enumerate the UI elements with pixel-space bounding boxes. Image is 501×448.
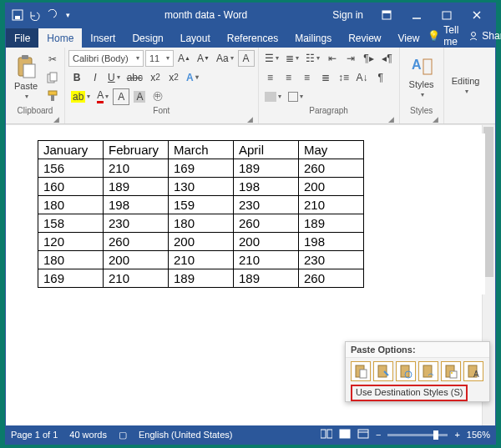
save-icon[interactable] bbox=[11, 8, 24, 22]
character-border-icon[interactable]: A bbox=[113, 88, 129, 105]
maximize-icon[interactable] bbox=[432, 10, 462, 20]
table-cell[interactable]: 189 bbox=[234, 269, 299, 288]
table-header-cell[interactable]: April bbox=[234, 141, 299, 159]
table-cell[interactable]: 169 bbox=[38, 269, 104, 288]
table-cell[interactable]: 180 bbox=[38, 196, 104, 214]
clear-format-icon[interactable]: A bbox=[238, 50, 255, 67]
align-right-icon[interactable]: ≡ bbox=[299, 69, 316, 86]
font-size-select[interactable]: 11▾ bbox=[145, 50, 174, 67]
bold-icon[interactable]: B bbox=[68, 69, 85, 86]
table-cell[interactable]: 198 bbox=[299, 233, 364, 251]
table-cell[interactable]: 160 bbox=[38, 178, 104, 196]
line-spacing-icon[interactable]: ↕≡ bbox=[336, 69, 352, 86]
minimize-icon[interactable] bbox=[402, 10, 432, 20]
text-effects-icon[interactable]: A▾ bbox=[184, 69, 201, 86]
tab-references[interactable]: References bbox=[219, 28, 286, 48]
shading-icon[interactable]: ▾ bbox=[262, 88, 284, 105]
table-cell[interactable]: 130 bbox=[169, 178, 234, 196]
paste-option-highlighted[interactable]: Use Destination Styles (S) bbox=[346, 385, 489, 401]
table-cell[interactable]: 180 bbox=[169, 214, 234, 233]
paste-option-keep-source[interactable] bbox=[351, 361, 371, 381]
paste-option-picture[interactable] bbox=[441, 361, 461, 381]
paste-button[interactable]: Paste ▾ bbox=[9, 49, 43, 105]
table-cell[interactable]: 189 bbox=[299, 214, 364, 233]
table-cell[interactable]: 210 bbox=[234, 251, 299, 269]
table-cell[interactable]: 210 bbox=[104, 269, 169, 288]
paste-option-use-dest[interactable] bbox=[373, 361, 393, 381]
font-color-icon[interactable]: A▾ bbox=[94, 88, 111, 105]
table-cell[interactable]: 260 bbox=[299, 159, 364, 178]
table-header-cell[interactable]: January bbox=[38, 141, 104, 159]
table-header-cell[interactable]: March bbox=[169, 141, 234, 159]
grow-font-icon[interactable]: A▲ bbox=[175, 50, 193, 67]
undo-icon[interactable] bbox=[28, 8, 41, 22]
copy-icon[interactable] bbox=[44, 69, 61, 86]
table-cell[interactable]: 180 bbox=[38, 251, 104, 269]
tab-insert[interactable]: Insert bbox=[82, 28, 124, 48]
bullets-icon[interactable]: ☰▾ bbox=[262, 50, 281, 67]
tab-layout[interactable]: Layout bbox=[172, 28, 219, 48]
show-marks-icon[interactable]: ¶ bbox=[372, 69, 389, 86]
table-cell[interactable]: 210 bbox=[169, 251, 234, 269]
table-cell[interactable]: 158 bbox=[38, 214, 104, 233]
data-table[interactable]: JanuaryFebruaryMarchAprilMay156210169189… bbox=[38, 140, 364, 288]
zoom-level[interactable]: 156% bbox=[467, 430, 490, 440]
table-cell[interactable]: 260 bbox=[299, 269, 364, 288]
paste-option-link-dest[interactable] bbox=[418, 361, 438, 381]
subscript-icon[interactable]: x2 bbox=[147, 69, 164, 86]
status-lang[interactable]: English (United States) bbox=[139, 430, 233, 440]
status-page[interactable]: Page 1 of 1 bbox=[11, 430, 58, 440]
paragraph-launcher-icon[interactable]: ◢ bbox=[262, 115, 396, 123]
close-icon[interactable] bbox=[462, 10, 492, 20]
cut-icon[interactable]: ✂ bbox=[44, 51, 61, 68]
superscript-icon[interactable]: x2 bbox=[165, 69, 182, 86]
web-layout-icon[interactable] bbox=[357, 429, 369, 440]
font-launcher-icon[interactable]: ◢ bbox=[68, 115, 255, 123]
clipboard-launcher-icon[interactable]: ◢ bbox=[9, 115, 61, 123]
italic-icon[interactable]: I bbox=[87, 69, 104, 86]
align-left-icon[interactable]: ≡ bbox=[262, 69, 279, 86]
tab-home[interactable]: Home bbox=[38, 28, 82, 48]
table-header-cell[interactable]: February bbox=[104, 141, 169, 159]
table-cell[interactable]: 260 bbox=[104, 233, 169, 251]
signin-link[interactable]: Sign in bbox=[332, 9, 363, 21]
justify-icon[interactable]: ≣ bbox=[317, 69, 334, 86]
change-case-icon[interactable]: Aa▾ bbox=[214, 50, 236, 67]
table-cell[interactable]: 189 bbox=[234, 159, 299, 178]
table-cell[interactable]: 120 bbox=[38, 233, 104, 251]
proofing-icon[interactable]: ▢ bbox=[119, 430, 127, 440]
table-cell[interactable]: 198 bbox=[104, 196, 169, 214]
read-mode-icon[interactable] bbox=[321, 429, 332, 440]
zoom-slider[interactable] bbox=[387, 434, 448, 436]
table-cell[interactable]: 200 bbox=[104, 251, 169, 269]
enclose-char-icon[interactable]: ㊥ bbox=[149, 88, 166, 105]
sort-icon[interactable]: A↓ bbox=[354, 69, 371, 86]
tab-view[interactable]: View bbox=[390, 28, 428, 48]
highlight-icon[interactable]: ab▾ bbox=[68, 88, 93, 105]
format-painter-icon[interactable] bbox=[44, 88, 61, 104]
table-cell[interactable]: 198 bbox=[234, 178, 299, 196]
table-cell[interactable]: 260 bbox=[234, 214, 299, 233]
zoom-out-button[interactable]: − bbox=[376, 430, 381, 440]
qat-customize-icon[interactable]: ▾ bbox=[61, 8, 74, 22]
tab-mailings[interactable]: Mailings bbox=[286, 28, 340, 48]
table-cell[interactable]: 189 bbox=[104, 178, 169, 196]
shrink-font-icon[interactable]: A▼ bbox=[195, 50, 212, 67]
styles-launcher-icon[interactable]: ◢ bbox=[403, 115, 440, 123]
table-header-cell[interactable]: May bbox=[299, 141, 364, 159]
styles-button[interactable]: A Styles ▾ bbox=[403, 49, 440, 105]
font-name-select[interactable]: Calibri (Body)▾ bbox=[68, 50, 144, 67]
numbering-icon[interactable]: ≣▾ bbox=[283, 50, 301, 67]
status-words[interactable]: 40 words bbox=[69, 430, 107, 440]
table-cell[interactable]: 210 bbox=[299, 196, 364, 214]
underline-icon[interactable]: U▾ bbox=[105, 69, 123, 86]
character-shading-icon[interactable]: A bbox=[131, 88, 148, 105]
table-cell[interactable]: 156 bbox=[38, 159, 104, 178]
tellme-icon[interactable]: 💡Tell me bbox=[428, 24, 458, 48]
rtl-icon[interactable]: ◂¶ bbox=[379, 50, 396, 67]
table-cell[interactable]: 200 bbox=[234, 233, 299, 251]
table-cell[interactable]: 189 bbox=[169, 269, 234, 288]
multilevel-icon[interactable]: ☷▾ bbox=[303, 50, 322, 67]
strike-icon[interactable]: abc bbox=[124, 69, 145, 86]
table-cell[interactable]: 230 bbox=[104, 214, 169, 233]
